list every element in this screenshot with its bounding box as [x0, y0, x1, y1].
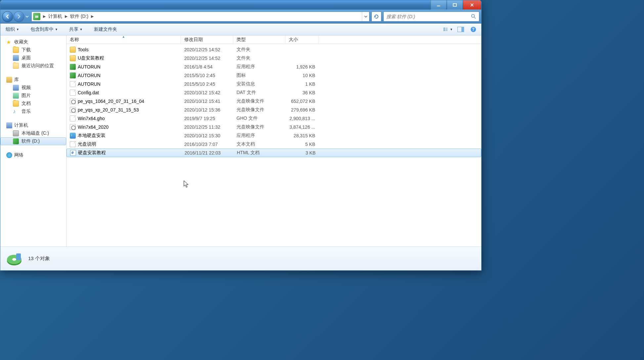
close-button[interactable] [463, 0, 481, 10]
nav-head-network[interactable]: 网络 [0, 151, 66, 159]
nav-group-favorites: ★ 收藏夹 下载 桌面 最近访问的位置 [0, 38, 66, 70]
file-type: 应用程序 [233, 133, 285, 139]
file-row[interactable]: U盘安装教程2020/12/25 14:52文件夹 [66, 54, 481, 63]
file-row[interactable]: AUTORUN2015/5/10 2:45图标10 KB [66, 71, 481, 80]
svg-rect-1 [453, 4, 456, 6]
videos-icon [13, 85, 19, 91]
file-size: 10 KB [285, 73, 319, 78]
nav-head-favorites[interactable]: ★ 收藏夹 [0, 38, 66, 46]
search-box[interactable] [383, 12, 479, 22]
minimize-button[interactable] [431, 0, 447, 10]
sidebar-item-desktop[interactable]: 桌面 [0, 54, 66, 62]
search-input[interactable] [386, 14, 471, 19]
file-row[interactable]: AUTORUN2016/1/8 4:54应用程序1,926 KB [66, 63, 481, 71]
address-bar[interactable]: ▶ 计算机 ▶ 软件 (D:) ▶ [31, 12, 369, 22]
preview-pane-button[interactable] [456, 25, 465, 34]
chevron-down-icon: ▼ [55, 28, 58, 31]
close-icon [470, 3, 474, 7]
file-list[interactable]: Tools2020/12/25 14:52文件夹U盘安装教程2020/12/25… [66, 44, 481, 247]
file-name: pe_yqs_xp_20_07_31_15_53 [78, 107, 139, 112]
file-type: 光盘映像文件 [233, 107, 285, 113]
nav-item-label: 最近访问的位置 [21, 63, 54, 69]
file-size: 279,696 KB [285, 107, 319, 112]
nav-head-computer[interactable]: 计算机 [0, 121, 66, 129]
chevron-down-icon: ▼ [16, 28, 19, 31]
toolbar-new-folder[interactable]: 新建文件夹 [92, 25, 119, 34]
breadcrumb-drive[interactable]: 软件 (D:) [69, 12, 90, 21]
file-icon [70, 55, 76, 61]
column-header-date[interactable]: 修改日期 [181, 35, 233, 44]
drive-large-icon [6, 250, 23, 267]
sidebar-item-music[interactable]: ♪ 音乐 [0, 108, 66, 115]
toolbar-organize[interactable]: 组织 ▼ [4, 25, 21, 34]
svg-rect-7 [445, 29, 448, 29]
toolbar-share[interactable]: 共享 ▼ [67, 25, 85, 34]
file-icon [70, 133, 76, 139]
sidebar-item-pictures[interactable]: 图片 [0, 92, 66, 100]
drive-icon [13, 130, 19, 136]
sidebar-item-drive-d[interactable]: 软件 (D:) [0, 137, 66, 145]
file-date: 2015/5/10 2:45 [181, 73, 233, 78]
preview-pane-icon [457, 27, 464, 32]
toolbar-include-label: 包含到库中 [30, 26, 54, 32]
file-size: 5 KB [285, 142, 319, 147]
file-size: 652,072 KB [285, 99, 319, 104]
sidebar-item-documents[interactable]: 文档 [0, 100, 66, 108]
file-row[interactable]: AUTORUN2015/5/10 2:45安装信息1 KB [66, 80, 481, 88]
svg-rect-11 [461, 27, 464, 32]
view-mode-button[interactable]: ▼ [444, 25, 453, 34]
file-row[interactable]: pe_yqs_xp_20_07_31_15_532020/10/12 15:36… [66, 106, 481, 114]
file-row[interactable]: 本地硬盘安装2020/10/12 15:30应用程序28,315 KB [66, 131, 481, 140]
file-icon [70, 124, 76, 130]
svg-rect-2 [35, 16, 38, 18]
file-date: 2020/12/25 14:52 [181, 47, 233, 52]
file-type: 文件夹 [233, 47, 285, 53]
column-header-type[interactable]: 类型 [233, 35, 285, 44]
search-icon [471, 14, 476, 19]
maximize-icon [452, 3, 457, 7]
sidebar-item-videos[interactable]: 视频 [0, 84, 66, 92]
breadcrumb-arrow-icon[interactable]: ▶ [64, 14, 69, 19]
file-name: U盘安装教程 [78, 55, 104, 61]
file-icon [70, 107, 76, 113]
nav-group-computer: 计算机 本地磁盘 (C:) 软件 (D:) [0, 121, 66, 145]
file-type: 光盘映像文件 [233, 124, 285, 130]
file-name: Win7x64_2020 [78, 124, 108, 130]
file-name: AUTORUN [78, 64, 101, 69]
nav-head-libraries[interactable]: 库 [0, 76, 66, 84]
toolbar: 组织 ▼ 包含到库中 ▼ 共享 ▼ 新建文件夹 [0, 23, 481, 35]
file-row[interactable]: pe_yqs_1064_20_07_31_16_042020/10/12 15:… [66, 97, 481, 106]
toolbar-include-library[interactable]: 包含到库中 ▼ [28, 25, 60, 34]
file-type: 安装信息 [233, 81, 285, 87]
column-header-size[interactable]: 大小 [285, 35, 319, 44]
documents-icon [13, 101, 19, 107]
sort-asc-icon: ▲ [122, 35, 125, 38]
file-name: Tools [78, 47, 89, 52]
breadcrumb-arrow-icon[interactable]: ▶ [90, 14, 95, 19]
nav-back-button[interactable] [2, 11, 13, 22]
address-dropdown[interactable] [362, 12, 369, 21]
file-name: 硬盘安装教程 [78, 150, 106, 156]
breadcrumb-computer[interactable]: 计算机 [47, 12, 64, 21]
sidebar-item-downloads[interactable]: 下载 [0, 46, 66, 54]
nav-forward-button[interactable] [14, 11, 24, 22]
column-header-name[interactable]: 名称 ▲ [66, 35, 181, 44]
file-size: 3 KB [286, 150, 319, 156]
refresh-button[interactable] [371, 12, 381, 22]
maximize-button[interactable] [447, 0, 463, 10]
file-row[interactable]: Win7x64.gho2019/9/7 19:25GHO 文件2,900,813… [66, 114, 481, 123]
sidebar-item-drive-c[interactable]: 本地磁盘 (C:) [0, 129, 66, 137]
help-button[interactable]: ? [469, 25, 478, 34]
breadcrumb-arrow-icon[interactable]: ▶ [42, 14, 47, 19]
file-row[interactable]: 硬盘安装教程2016/11/21 22:03HTML 文档3 KB [66, 149, 481, 157]
file-row[interactable]: Config.dat2020/10/12 15:42DAT 文件36 KB [66, 88, 481, 97]
file-row[interactable]: Tools2020/12/25 14:52文件夹 [66, 45, 481, 54]
file-row[interactable]: Win7x64_20202020/12/25 11:32光盘映像文件3,874,… [66, 123, 481, 131]
chevron-down-icon [364, 15, 367, 18]
toolbar-organize-label: 组织 [6, 26, 15, 32]
sidebar-item-recent[interactable]: 最近访问的位置 [0, 62, 66, 70]
svg-point-3 [472, 14, 475, 17]
nav-history-dropdown[interactable] [25, 12, 29, 21]
file-row[interactable]: 光盘说明2016/10/23 7:07文本文档5 KB [66, 140, 481, 149]
file-size: 36 KB [285, 90, 319, 95]
